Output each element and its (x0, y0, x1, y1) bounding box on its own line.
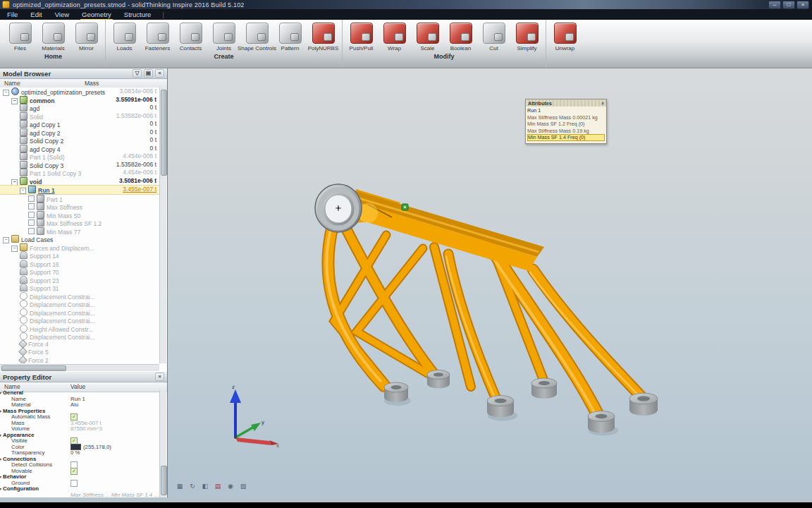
ribbon-tool-simplify[interactable]: Simplify (510, 21, 543, 52)
close-icon[interactable]: × (155, 69, 164, 78)
ribbon-tool-boolean[interactable]: Boolean (444, 21, 477, 52)
close-icon[interactable]: × (155, 373, 164, 381)
row-checkbox[interactable] (28, 219, 35, 226)
tree-row-optimized-optimization-presets[interactable]: −optimized_optimization_presets3.0834e-0… (0, 87, 159, 96)
minimize-button[interactable]: – (768, 1, 781, 9)
view-cube-icon[interactable]: ▦ (175, 482, 185, 491)
ribbon-tool-shape-controls[interactable]: Shape Controls (240, 21, 273, 52)
menu-item-edit[interactable]: Edit (29, 10, 43, 19)
tree-row-displacement-constrai[interactable]: Displacement Constrai... (0, 332, 159, 341)
ribbon-tool-wrap[interactable]: Wrap (378, 21, 411, 52)
ribbon-tool-scale[interactable]: Scale (411, 21, 444, 52)
row-checkbox[interactable] (28, 203, 35, 210)
render-settings-icon[interactable]: ▨ (238, 482, 248, 491)
tree-row-force-5[interactable]: Force 5 (0, 349, 159, 357)
ribbon-tool-polynurbs[interactable]: PolyNURBS (307, 21, 340, 52)
ribbon-tool-contacts[interactable]: Contacts (174, 21, 207, 52)
row-checkbox[interactable] (28, 228, 35, 234)
section-expander-icon[interactable]: ▾ (0, 456, 1, 463)
tree-row-solid-copy-3[interactable]: Solid Copy 31.53582e-006 t (0, 161, 159, 169)
ribbon-tool-unwrap[interactable]: Unwrap (548, 21, 582, 52)
scrollbar-thumb[interactable] (161, 466, 167, 495)
row-checkbox[interactable] (28, 212, 35, 218)
tree-row-force-2[interactable]: Force 2 (0, 357, 159, 364)
tree-row-max-stiffness-sf-1-2[interactable]: Max Stiffness SF 1.2 (0, 219, 159, 227)
ribbon-tool-loads[interactable]: Loads (108, 21, 141, 52)
section-expander-icon[interactable]: ▾ (0, 409, 1, 415)
filter-icon[interactable]: ▽ (133, 69, 142, 78)
tree-row-solid-copy-2[interactable]: Solid Copy 20 t (0, 136, 159, 145)
tree-row-agd[interactable]: agd0 t (0, 104, 159, 112)
ribbon-tool-push-pull[interactable]: Push/Pull (345, 21, 378, 52)
ribbon-tool-files[interactable]: Files (4, 21, 37, 52)
legend-icon[interactable]: ▤ (213, 482, 223, 491)
tree-row-support-14[interactable]: Support 14 (0, 251, 159, 260)
tree-row-solid[interactable]: Solid1.53582e-006 t (0, 112, 159, 121)
section-view-icon[interactable]: ◧ (200, 482, 210, 491)
close-button[interactable]: × (796, 1, 809, 9)
pin-icon[interactable]: ▣ (144, 69, 153, 78)
close-icon[interactable]: × (601, 101, 604, 106)
tree-row-force-4[interactable]: Force 4 (0, 341, 159, 349)
ribbon-tool-fasteners[interactable]: Fasteners (141, 21, 174, 52)
section-expander-icon[interactable]: ▾ (0, 390, 1, 397)
section-expander-icon[interactable]: ▾ (0, 474, 1, 480)
tree-row-agd-copy-2[interactable]: agd Copy 20 t (0, 128, 159, 137)
ribbon-tool-pattern[interactable]: Pattern (273, 21, 307, 52)
section-expander-icon[interactable]: ▾ (0, 486, 1, 492)
column-name[interactable]: Name (4, 383, 20, 390)
row-checkbox[interactable] (28, 195, 35, 202)
menu-item-structure[interactable]: Structure (123, 10, 153, 19)
column-mass[interactable]: Mass (85, 80, 99, 87)
menu-item-file[interactable]: File (6, 10, 19, 19)
tree-row-load-cases[interactable]: −Load Cases (0, 235, 159, 243)
tree-row-run-1[interactable]: −Run 13.455e-007 t (0, 185, 159, 195)
tree-row-displacement-constrai[interactable]: Displacement Constrai... (0, 316, 159, 325)
tree-row-max-stiffness[interactable]: Max Stiffness (0, 202, 159, 211)
tree-row-part-1-solid-copy-3[interactable]: Part 1 Solid Copy 34.454e-006 t (0, 169, 159, 177)
tree-row-support-70[interactable]: Support 70 (0, 267, 159, 276)
tree-row-void[interactable]: −void3.5081e-006 t (0, 177, 159, 186)
tree-row-displacement-constrai[interactable]: Displacement Constrai... (0, 292, 159, 301)
popup-run-item[interactable]: Min Mass SF 1.4 Freq (0) (527, 134, 605, 141)
rotate-view-icon[interactable]: ↻ (187, 482, 197, 491)
ribbon-tool-mirror[interactable]: Mirror (70, 21, 103, 52)
tree-row-common[interactable]: −common3.55091e-006 t (0, 96, 159, 104)
tree-row-displacement-constrai[interactable]: Displacement Constrai... (0, 300, 159, 308)
property-row-configuration-value[interactable]: Max Stiffness ... Min Mass SF 1.4 ... (0, 492, 159, 498)
property-scrollbar[interactable] (159, 390, 166, 497)
tree-row-support-23[interactable]: Support 23 (0, 276, 159, 284)
tree-row-forces-and-displacem[interactable]: −Forces and Displacem... (0, 243, 159, 252)
tree-row-part-1-solid[interactable]: Part 1 (Solid)4.454e-006 t (0, 152, 159, 161)
model-tree-hscrollbar[interactable] (0, 364, 159, 371)
column-value[interactable]: Value (70, 383, 85, 390)
maximize-button[interactable]: □ (782, 1, 795, 9)
popup-run-item[interactable]: Max Stiffness Mass 0.19 kg (527, 128, 605, 135)
tree-row-agd-copy-1[interactable]: agd Copy 10 t (0, 120, 159, 128)
ribbon-tool-materials[interactable]: Materials (37, 21, 70, 52)
ribbon-tool-cut[interactable]: Cut (477, 21, 510, 52)
tree-row-part-1[interactable]: Part 1 (0, 195, 159, 203)
tree-row-agd-copy-4[interactable]: agd Copy 40 t (0, 145, 159, 153)
expander-icon[interactable]: − (20, 188, 26, 194)
column-name[interactable]: Name (4, 80, 20, 87)
popup-run-item[interactable]: Max Stiffness Mass 0.00021 kg (527, 114, 605, 121)
popup-run-item[interactable]: Min Mass SF 1.2 Freq (0) (527, 121, 605, 128)
3d-viewport[interactable]: z y x Attributes × Run 1Max Stiffness Ma… (168, 68, 812, 497)
tree-row-min-mass-77[interactable]: Min Mass 77 (0, 227, 159, 236)
menu-item-view[interactable]: View (54, 10, 70, 19)
section-expander-icon[interactable]: ▾ (0, 433, 1, 439)
tree-row-displacement-constrai[interactable]: Displacement Constrai... (0, 308, 159, 317)
zoom-fit-icon[interactable]: ◉ (226, 482, 235, 491)
popup-run-item[interactable]: Run 1 (527, 107, 605, 114)
model-tree-scrollbar[interactable] (159, 87, 166, 363)
tree-row-height-allowed-constr[interactable]: Height Allowed Constr... (0, 325, 159, 333)
menu-item-geometry[interactable]: Geometry (80, 10, 113, 20)
tree-row-support-16[interactable]: Support 16 (0, 260, 159, 268)
popup-title-bar[interactable]: Attributes × (526, 99, 606, 107)
scrollbar-thumb[interactable] (161, 90, 167, 176)
tree-row-support-31[interactable]: Support 31 (0, 284, 159, 292)
tree-row-min-mass-50[interactable]: Min Mass 50 (0, 211, 159, 219)
scrollbar-thumb[interactable] (1, 365, 66, 371)
ribbon-tool-joints[interactable]: Joints (207, 21, 240, 52)
